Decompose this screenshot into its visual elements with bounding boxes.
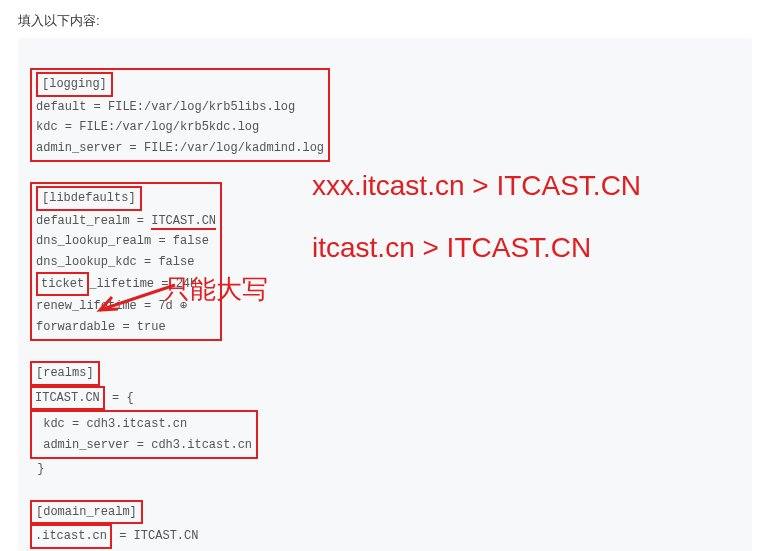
mapping-annotation-2: itcast.cn > ITCAST.CN [312,232,591,264]
code-line: kdc = FILE:/var/log/krb5kdc.log [36,120,259,134]
code-line: kdc = cdh3.itcast.cn [43,417,187,431]
intro-text: 填入以下内容: [18,12,752,30]
code-line: default = FILE:/var/log/krb5libs.log [36,100,295,114]
realm-value: ITCAST.CN [151,214,216,230]
code-line: dns_lookup_kdc = false [36,255,194,269]
realms-name: ITCAST.CN [30,386,105,410]
code-line: } [37,462,44,476]
code-line: admin_server = FILE:/var/log/kadmind.log [36,141,324,155]
code-line: ITCAST.CN = { [30,391,134,405]
code-line: forwardable = true [36,320,166,334]
domain-realm-key: .itcast.cn [30,524,112,548]
code-line: admin_server = cdh3.itcast.cn [43,438,252,452]
domain-realm-header: [domain_realm] [30,500,143,524]
code-line: .itcast.cn = ITCAST.CN [30,529,198,543]
mapping-annotation-1: xxx.itcast.cn > ITCAST.CN [312,170,641,202]
ticket-key: ticket [36,272,89,296]
code-line: default_realm = ITCAST.CN [36,214,216,230]
logging-header: [logging] [36,72,113,96]
libdefaults-header: [libdefaults] [36,186,142,210]
code-line: dns_lookup_realm = false [36,234,209,248]
arrow-icon [90,275,180,315]
realms-header: [realms] [30,361,100,385]
